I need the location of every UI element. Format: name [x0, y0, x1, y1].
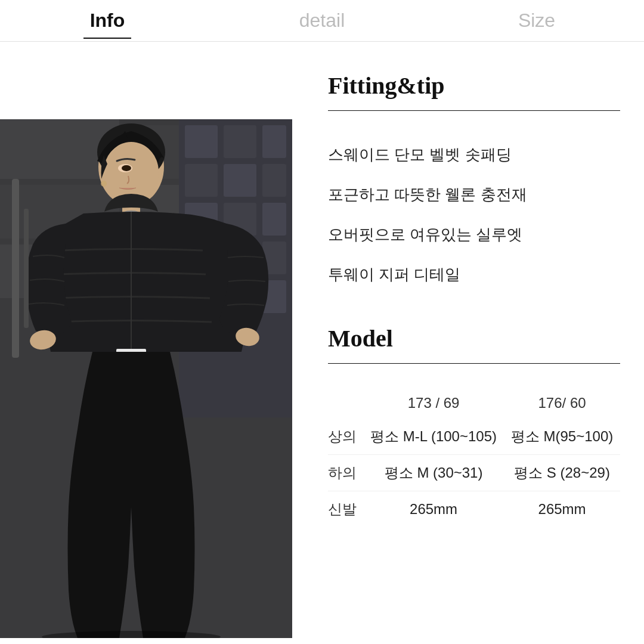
svg-rect-34	[24, 209, 29, 328]
row1-label: 상의	[328, 419, 363, 455]
col-model1: 173 / 69	[363, 388, 504, 419]
row1-col2: 평소 M(95~100)	[504, 419, 620, 455]
svg-rect-11	[262, 125, 286, 158]
row3-label: 신발	[328, 491, 363, 528]
model-photo	[0, 119, 292, 638]
model-title: Model	[328, 324, 620, 352]
fitting-divider	[328, 110, 620, 111]
feature-item-4: 투웨이 지퍼 디테일	[328, 255, 620, 295]
row3-col2: 265mm	[504, 491, 620, 528]
table-row: 상의 평소 M-L (100~105) 평소 M(95~100)	[328, 419, 620, 455]
model-photo-area	[0, 119, 292, 638]
svg-point-36	[101, 181, 107, 187]
feature-list: 스웨이드 단모 벨벳 솟패딩 포근하고 따뜻한 웰론 충전재 오버핏으로 여유있…	[328, 135, 620, 295]
row2-col2: 평소 S (28~29)	[504, 455, 620, 491]
tab-size[interactable]: Size	[429, 4, 644, 38]
info-area: Fitting&tip 스웨이드 단모 벨벳 솟패딩 포근하고 따뜻한 웰론 충…	[292, 42, 644, 644]
feature-item-2: 포근하고 따뜻한 웰론 충전재	[328, 175, 620, 215]
svg-point-38	[122, 165, 131, 171]
tab-navigation: Info detail Size	[0, 0, 644, 42]
col-label	[328, 388, 363, 419]
table-header-row: 173 / 69 176/ 60	[328, 388, 620, 419]
row1-col1: 평소 M-L (100~105)	[363, 419, 504, 455]
col-model2: 176/ 60	[504, 388, 620, 419]
feature-item-3: 오버핏으로 여유있는 실루엣	[328, 215, 620, 255]
model-table: 173 / 69 176/ 60 상의 평소 M-L (100~105) 평소 …	[328, 388, 620, 527]
main-content: Fitting&tip 스웨이드 단모 벨벳 솟패딩 포근하고 따뜻한 웰론 충…	[0, 42, 644, 644]
row2-label: 하의	[328, 455, 363, 491]
svg-rect-17	[262, 203, 286, 236]
svg-rect-13	[224, 164, 256, 197]
svg-rect-33	[12, 179, 19, 358]
tab-info[interactable]: Info	[0, 4, 215, 38]
table-row: 신발 265mm 265mm	[328, 491, 620, 528]
svg-rect-10	[224, 125, 256, 158]
fitting-section: Fitting&tip 스웨이드 단모 벨벳 솟패딩 포근하고 따뜻한 웰론 충…	[328, 72, 620, 295]
model-section: Model 173 / 69 176/ 60 상의 평소 M-L (100~10…	[328, 324, 620, 527]
svg-rect-12	[185, 164, 218, 197]
model-divider	[328, 363, 620, 364]
tab-detail[interactable]: detail	[215, 4, 429, 38]
svg-rect-14	[262, 164, 286, 197]
fitting-title: Fitting&tip	[328, 72, 620, 100]
table-row: 하의 평소 M (30~31) 평소 S (28~29)	[328, 455, 620, 491]
row2-col1: 평소 M (30~31)	[363, 455, 504, 491]
svg-point-26	[104, 142, 159, 202]
row3-col1: 265mm	[363, 491, 504, 528]
feature-item-1: 스웨이드 단모 벨벳 솟패딩	[328, 135, 620, 175]
svg-rect-9	[185, 125, 218, 158]
